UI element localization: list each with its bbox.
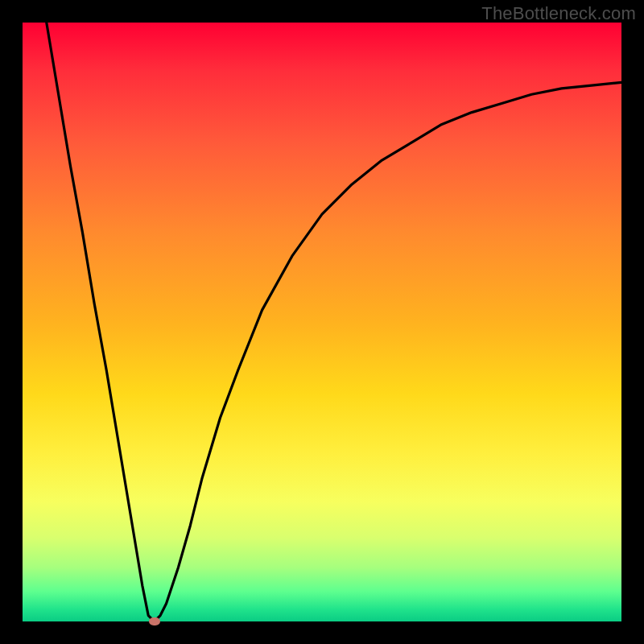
chart-frame: TheBottleneck.com <box>0 0 644 644</box>
optimum-marker <box>149 617 160 625</box>
watermark-text: TheBottleneck.com <box>481 3 636 24</box>
bottleneck-curve <box>23 23 621 621</box>
